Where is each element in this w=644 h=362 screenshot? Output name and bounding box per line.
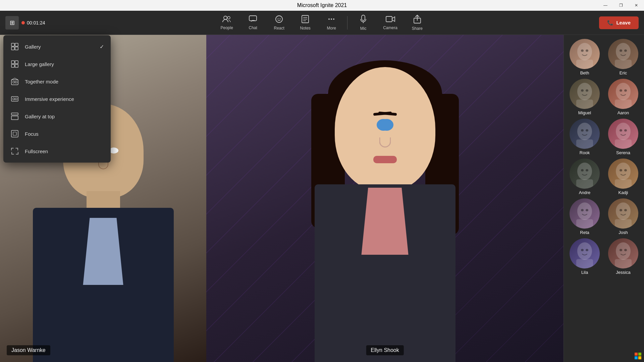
menu-icon-large-gallery	[10, 59, 19, 69]
ellyn-head	[335, 67, 435, 191]
svg-point-63	[624, 249, 627, 251]
participant-avatar-serena	[608, 119, 638, 149]
menu-item-large-gallery[interactable]: Large gallery	[3, 55, 111, 73]
participant-item-kadji[interactable]: Kadji	[606, 159, 640, 195]
svg-point-11	[331, 18, 332, 20]
svg-point-39	[624, 129, 627, 132]
chat-button[interactable]: Chat	[241, 13, 265, 32]
svg-rect-79	[11, 113, 18, 115]
participant-item-jessica[interactable]: Jessica	[606, 238, 640, 275]
participant-item-lila[interactable]: Lila	[568, 238, 601, 275]
svg-rect-72	[15, 64, 18, 67]
share-label: Share	[412, 26, 423, 31]
svg-rect-36	[576, 139, 593, 149]
participant-name-serena: Serena	[616, 150, 630, 155]
svg-point-34	[581, 129, 584, 132]
minimize-button[interactable]: —	[598, 0, 613, 11]
svg-point-75	[15, 81, 17, 83]
svg-point-47	[624, 169, 627, 172]
participant-name-andre: Andre	[579, 190, 591, 195]
menu-item-fullscreen[interactable]: Fullscreen	[3, 142, 111, 160]
participant-avatar-reta	[570, 198, 600, 229]
svg-point-58	[581, 249, 584, 251]
participant-item-aaron[interactable]: Aaron	[606, 79, 640, 115]
svg-point-55	[624, 209, 627, 212]
menu-label-gallery-top: Gallery at top	[25, 114, 55, 119]
svg-rect-28	[576, 100, 593, 109]
menu-item-gallery[interactable]: Gallery✓	[3, 38, 111, 55]
participant-item-miguel[interactable]: Miguel	[568, 79, 601, 115]
svg-point-29	[616, 83, 631, 100]
menu-item-immersive[interactable]: Immersive experience	[3, 90, 111, 108]
participant-item-rook[interactable]: Rook	[568, 119, 601, 155]
svg-point-30	[620, 89, 622, 92]
svg-rect-80	[11, 116, 18, 120]
leave-button[interactable]: 📞 Leave	[599, 16, 639, 29]
menu-item-focus[interactable]: Focus	[3, 125, 111, 142]
participant-avatar-lila	[570, 238, 600, 268]
store-blue	[635, 356, 638, 359]
close-button[interactable]: ✕	[629, 0, 644, 11]
title-bar: Microsoft Ignite 2021 — ❐ ✕	[0, 0, 644, 11]
svg-rect-15	[386, 16, 392, 22]
microsoft-store-icon	[635, 353, 641, 359]
camera-icon	[386, 15, 395, 24]
svg-point-38	[620, 129, 622, 132]
svg-rect-64	[615, 259, 632, 268]
mic-label: Mic	[360, 26, 367, 31]
mic-button[interactable]: Mic	[352, 13, 375, 33]
participant-row: Miguel Aaron	[565, 77, 643, 117]
notes-label: Notes	[300, 26, 310, 31]
window-title: Microsoft Ignite 2021	[297, 2, 347, 8]
camera-label: Camera	[383, 25, 397, 30]
participant-avatar-jessica	[608, 238, 638, 268]
svg-point-10	[328, 18, 330, 20]
more-label: More	[327, 26, 336, 31]
maximize-button[interactable]: ❐	[613, 0, 629, 11]
participant-avatar-josh	[608, 198, 638, 229]
participant-name-rook: Rook	[580, 150, 590, 155]
svg-point-5	[280, 18, 280, 18]
svg-point-0	[224, 16, 227, 19]
toolbar-separator	[347, 16, 347, 29]
menu-label-focus: Focus	[25, 131, 39, 137]
menu-label-fullscreen: Fullscreen	[25, 148, 48, 154]
svg-rect-68	[15, 47, 18, 50]
participant-item-reta[interactable]: Reta	[568, 198, 601, 235]
svg-point-33	[577, 123, 592, 140]
svg-rect-71	[11, 64, 14, 67]
people-button[interactable]: People	[215, 13, 238, 32]
react-button[interactable]: React	[267, 13, 291, 33]
participant-item-serena[interactable]: Serena	[606, 119, 640, 155]
participant-item-josh[interactable]: Josh	[606, 198, 640, 235]
svg-point-17	[577, 43, 592, 60]
participant-item-beth[interactable]: Beth	[568, 39, 601, 75]
svg-rect-82	[13, 132, 16, 135]
participant-row: Beth Eric	[565, 38, 643, 77]
participant-name-jessica: Jessica	[616, 270, 630, 275]
svg-point-3	[276, 16, 282, 22]
menu-item-gallery-top[interactable]: Gallery at top	[3, 108, 111, 125]
menu-icon-immersive	[10, 94, 19, 104]
participant-item-andre[interactable]: Andre	[568, 159, 601, 195]
view-switcher-button[interactable]: ⊞	[5, 16, 19, 29]
react-icon	[275, 15, 283, 24]
svg-rect-2	[249, 16, 257, 21]
svg-rect-13	[362, 15, 365, 20]
store-red	[635, 353, 638, 356]
chat-icon	[249, 15, 257, 24]
menu-label-immersive: Immersive experience	[25, 96, 74, 102]
notes-button[interactable]: Notes	[293, 13, 317, 33]
svg-rect-24	[615, 60, 632, 69]
share-button[interactable]: Share	[406, 13, 429, 33]
camera-button[interactable]: Camera	[378, 13, 403, 32]
svg-point-77	[13, 98, 15, 100]
svg-point-62	[620, 249, 622, 251]
participant-avatar-beth	[570, 39, 600, 69]
svg-point-35	[586, 129, 588, 132]
menu-item-together[interactable]: Together mode	[3, 73, 111, 90]
more-button[interactable]: More	[320, 13, 343, 33]
ellyn-body	[301, 60, 469, 362]
svg-point-42	[581, 169, 584, 172]
participant-item-eric[interactable]: Eric	[606, 39, 640, 75]
